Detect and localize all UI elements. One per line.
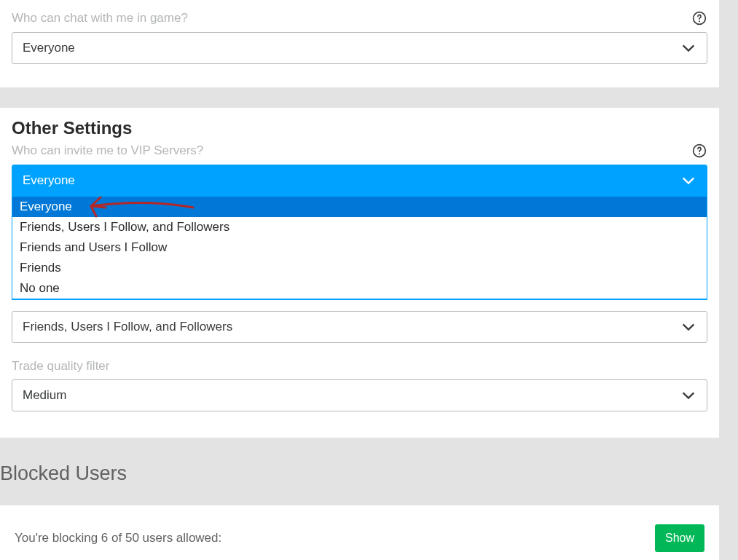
chat-settings-panel: Who can chat with me in game? Everyone bbox=[0, 0, 719, 87]
help-icon[interactable] bbox=[691, 143, 707, 159]
blocked-row: You're blocking 6 of 50 users allowed: S… bbox=[15, 524, 704, 552]
trade-label-row: Trade quality filter bbox=[12, 359, 707, 374]
chat-setting-label: Who can chat with me in game? bbox=[12, 11, 188, 25]
trade-filter-select[interactable]: Medium bbox=[12, 379, 707, 411]
vip-select-value: Everyone bbox=[23, 173, 75, 188]
spacer bbox=[12, 304, 707, 311]
trade-filter-row: Trade quality filter Medium bbox=[12, 359, 707, 411]
blocked-users-text: You're blocking 6 of 50 users allowed: bbox=[15, 531, 221, 545]
vip-option-everyone[interactable]: Everyone bbox=[12, 197, 707, 217]
show-button[interactable]: Show bbox=[655, 524, 704, 552]
vip-option-noone[interactable]: No one bbox=[12, 278, 707, 299]
chat-select-value: Everyone bbox=[23, 41, 75, 55]
other-settings-heading: Other Settings bbox=[12, 118, 707, 138]
blocked-heading-wrap: Blocked Users bbox=[0, 438, 719, 505]
other-settings-panel: Other Settings Who can invite me to VIP … bbox=[0, 108, 719, 438]
chat-setting-row: Who can chat with me in game? Everyone bbox=[12, 10, 707, 64]
vip-option-friends-followers[interactable]: Friends, Users I Follow, and Followers bbox=[12, 217, 707, 237]
blocked-users-heading: Blocked Users bbox=[0, 438, 719, 505]
vip-option-friends[interactable]: Friends bbox=[12, 258, 707, 278]
chevron-down-icon bbox=[680, 387, 696, 403]
second-select[interactable]: Friends, Users I Follow, and Followers bbox=[12, 311, 707, 343]
chevron-down-icon bbox=[680, 40, 696, 56]
trade-filter-label: Trade quality filter bbox=[12, 359, 109, 374]
chevron-down-icon bbox=[680, 319, 696, 335]
vip-select[interactable]: Everyone bbox=[12, 165, 707, 197]
vip-setting-row: Who can invite me to VIP Servers? Everyo… bbox=[12, 143, 707, 300]
vip-label-row: Who can invite me to VIP Servers? bbox=[12, 143, 707, 159]
panel-gap bbox=[0, 87, 738, 108]
second-setting-row: Friends, Users I Follow, and Followers bbox=[12, 311, 707, 343]
vip-dropdown-list: Everyone Friends, Users I Follow, and Fo… bbox=[12, 197, 707, 300]
trade-filter-value: Medium bbox=[23, 388, 66, 403]
chat-select[interactable]: Everyone bbox=[12, 32, 707, 64]
blocked-users-panel: You're blocking 6 of 50 users allowed: S… bbox=[0, 505, 719, 560]
svg-point-1 bbox=[699, 20, 700, 22]
vip-setting-label: Who can invite me to VIP Servers? bbox=[12, 143, 203, 158]
chevron-down-icon bbox=[680, 173, 696, 189]
vip-option-friends-follow[interactable]: Friends and Users I Follow bbox=[12, 237, 707, 258]
svg-point-3 bbox=[699, 153, 700, 154]
spacer bbox=[12, 347, 707, 359]
help-icon[interactable] bbox=[691, 10, 707, 26]
chat-label-row: Who can chat with me in game? bbox=[12, 10, 707, 26]
second-select-value: Friends, Users I Follow, and Followers bbox=[23, 320, 232, 334]
